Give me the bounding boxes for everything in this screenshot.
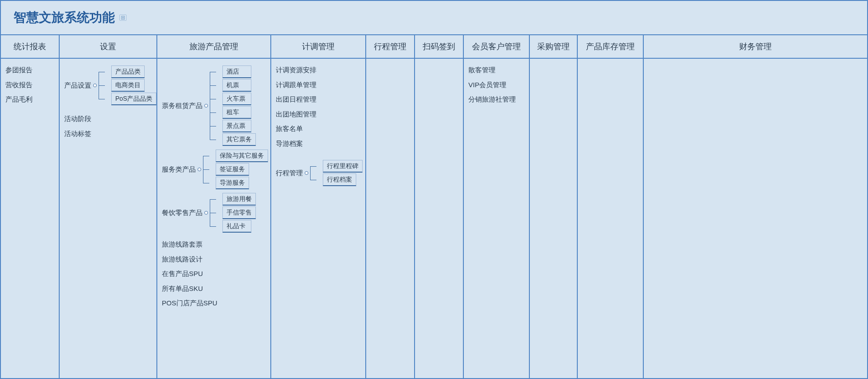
child-pos-category: PoS产品品类 [111,93,156,105]
expand-node-icon[interactable] [305,171,308,175]
child-hotel: 酒店 [222,66,251,78]
col-body-inventory [578,59,643,379]
item-member-2: 分销旅游社管理 [468,94,524,105]
col-member: 会员客户管理 散客管理 VIP会员管理 分销旅游社管理 [464,35,530,379]
branch-service: 服务类产品 保险与其它服务 签证服务 导游服务 [162,149,266,190]
node-ticket-rental: 票务租赁产品 [162,101,203,111]
col-head-procure: 采购管理 [530,35,577,59]
item-plan-4: 旅客名单 [276,124,361,134]
diagram-canvas: 智慧文旅系统功能 ⊞ 统计报表 参团报告 营收报告 产品毛利 设置 [0,0,868,379]
child-flight: 机票 [222,79,251,92]
col-body-finance [644,59,867,379]
col-body-member: 散客管理 VIP会员管理 分销旅游社管理 [464,59,529,379]
child-guide: 导游服务 [216,177,249,189]
expand-node-icon[interactable] [204,211,208,215]
item-stats-2: 产品毛利 [5,94,54,105]
expand-node-icon[interactable] [198,168,201,171]
child-visa: 签证服务 [216,163,249,176]
branch-ticket-rental: 票务租赁产品 酒店 机票 火车票 租车 景点票 其它票务 [162,65,266,146]
col-head-scan: 扫码签到 [415,35,463,59]
branch-product-settings: 产品设置 产品品类 电商类目 PoS产品品类 [64,65,152,106]
col-head-member: 会员客户管理 [464,35,529,59]
col-body-settings: 产品设置 产品品类 电商类目 PoS产品品类 活动阶段 活动标签 [60,59,156,379]
item-stats-1: 营收报告 [5,80,54,90]
col-scan: 扫码签到 [415,35,464,379]
col-body-plan: 计调资源安排 计调跟单管理 出团日程管理 出团地图管理 旅客名单 导游档案 行程… [271,59,365,379]
item-route-design: 旅游线路设计 [162,254,266,265]
col-head-finance: 财务管理 [644,35,867,59]
item-member-0: 散客管理 [468,65,524,75]
item-plan-0: 计调资源安排 [276,65,361,75]
col-settings: 设置 产品设置 产品品类 电商类目 PoS产品品类 活动阶段 活动标签 [60,35,157,379]
node-service: 服务类产品 [162,164,196,175]
branch-trip-plan: 行程管理 行程里程碑 行程档案 [276,159,361,187]
item-pos-spu: POS门店产品SPU [162,298,266,309]
col-body-trip [366,59,414,379]
node-retail: 餐饮零售产品 [162,208,203,218]
title-row: 智慧文旅系统功能 ⊞ [1,1,867,35]
child-insurance: 保险与其它服务 [216,150,268,162]
child-train: 火车票 [222,93,251,105]
item-plan-1: 计调跟单管理 [276,80,361,90]
node-trip-mgmt: 行程管理 [276,168,303,178]
item-spu-onsale: 在售产品SPU [162,269,266,279]
child-other-ticket: 其它票务 [222,133,256,146]
col-head-products: 旅游产品管理 [157,35,270,59]
col-plan: 计调管理 计调资源安排 计调跟单管理 出团日程管理 出团地图管理 旅客名单 导游… [271,35,366,379]
col-products: 旅游产品管理 票务租赁产品 酒店 机票 火车票 租车 景点票 其它票务 [157,35,271,379]
child-trip-archive: 行程档案 [323,173,356,186]
item-route-package: 旅游线路套票 [162,239,266,250]
col-body-stats: 参团报告 营收报告 产品毛利 [1,59,59,379]
col-body-products: 票务租赁产品 酒店 机票 火车票 租车 景点票 其它票务 服务类产品 [157,59,270,379]
child-car-rental: 租车 [222,106,251,119]
col-trip: 行程管理 [366,35,415,379]
node-product-settings: 产品设置 [64,80,91,91]
item-sku-all: 所有单品SKU [162,284,266,294]
child-product-category: 产品品类 [111,66,145,78]
col-head-stats: 统计报表 [1,35,59,59]
item-stats-0: 参团报告 [5,65,54,75]
columns: 统计报表 参团报告 营收报告 产品毛利 设置 产品设置 [1,35,867,379]
item-plan-3: 出团地图管理 [276,109,361,120]
child-attraction: 景点票 [222,120,251,132]
diagram-frame: 智慧文旅系统功能 ⊞ 统计报表 参团报告 营收报告 产品毛利 设置 [0,0,868,379]
collapse-icon[interactable]: ⊞ [119,14,127,21]
expand-node-icon[interactable] [93,84,97,87]
child-ecommerce-category: 电商类目 [111,79,145,92]
col-head-trip: 行程管理 [366,35,414,59]
col-procure: 采购管理 [530,35,578,379]
expand-node-icon[interactable] [204,104,208,108]
item-activity-tag: 活动标签 [64,129,152,139]
col-inventory: 产品库存管理 [578,35,644,379]
child-trip-milestone: 行程里程碑 [323,160,363,173]
child-souvenir: 手信零售 [222,206,256,219]
col-head-settings: 设置 [60,35,156,59]
diagram-title: 智慧文旅系统功能 [14,9,115,26]
col-body-scan [415,59,463,379]
item-activity-stage: 活动阶段 [64,114,152,124]
child-giftcard: 礼品卡 [222,220,251,233]
item-plan-5: 导游档案 [276,139,361,149]
col-head-inventory: 产品库存管理 [578,35,643,59]
col-stats: 统计报表 参团报告 营收报告 产品毛利 [1,35,60,379]
col-head-plan: 计调管理 [271,35,365,59]
branch-retail: 餐饮零售产品 旅游用餐 手信零售 礼品卡 [162,192,266,233]
col-finance: 财务管理 [644,35,867,379]
child-dining: 旅游用餐 [222,193,256,206]
item-member-1: VIP会员管理 [468,80,524,90]
col-body-procure [530,59,577,379]
item-plan-2: 出团日程管理 [276,94,361,105]
